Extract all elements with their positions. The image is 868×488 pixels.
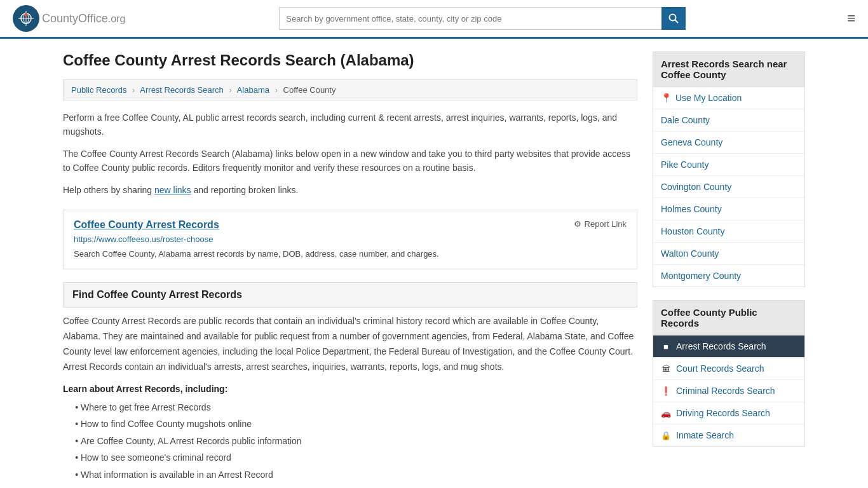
- breadcrumb-public-records[interactable]: Public Records: [71, 85, 126, 95]
- record-card: Coffee County Arrest Records ⚙ Report Li…: [63, 210, 637, 270]
- pr-item-inmate[interactable]: 🔒 Inmate Search: [653, 424, 804, 446]
- breadcrumb-coffee-county: Coffee County: [283, 85, 336, 95]
- logo-text: CountyOffice.org: [42, 12, 125, 25]
- intro-paragraph-1: Perform a free Coffee County, AL public …: [63, 111, 637, 139]
- find-section-body: Coffee County Arrest Records are public …: [63, 314, 637, 374]
- nearby-section-title: Arrest Records Search near Coffee County: [653, 51, 805, 87]
- report-link-button[interactable]: ⚙ Report Link: [574, 219, 627, 229]
- pr-item-driving[interactable]: 🚗 Driving Records Search: [653, 402, 804, 424]
- sidebar-nearby-walton[interactable]: Walton County: [653, 243, 804, 265]
- site-header: CountyOffice.org ≡: [0, 0, 868, 39]
- sidebar-nearby-covington[interactable]: Covington County: [653, 176, 804, 198]
- intro-paragraph-3: Help others by sharing new links and rep…: [63, 183, 637, 197]
- sidebar-nearby-geneva[interactable]: Geneva County: [653, 132, 804, 154]
- page-container: Coffee County Arrest Records Search (Ala…: [53, 39, 815, 488]
- learn-section-title: Learn about Arrest Records, including:: [63, 384, 637, 394]
- report-icon: ⚙: [574, 219, 581, 229]
- use-my-location[interactable]: 📍 Use My Location: [653, 87, 804, 109]
- sidebar-nearby-dale[interactable]: Dale County: [653, 109, 804, 132]
- hamburger-menu[interactable]: ≡: [847, 10, 855, 27]
- list-item: How to see someone's criminal record: [81, 449, 637, 466]
- logo-icon: [13, 5, 39, 32]
- learn-list: Where to get free Arrest Records How to …: [63, 399, 637, 484]
- sidebar-nearby-pike[interactable]: Pike County: [653, 154, 804, 176]
- pin-icon: 📍: [661, 93, 672, 103]
- sidebar-nearby-montgomery[interactable]: Montgomery County: [653, 265, 804, 287]
- svg-point-5: [25, 13, 28, 17]
- use-location-link[interactable]: Use My Location: [675, 93, 742, 103]
- record-url-link[interactable]: https://www.coffeeso.us/roster-choose: [74, 234, 627, 244]
- public-records-section-title: Coffee County Public Records: [653, 300, 805, 336]
- pr-item-court[interactable]: 🏛 Court Records Search: [653, 358, 804, 380]
- pr-item-criminal[interactable]: ❗ Criminal Records Search: [653, 380, 804, 402]
- public-records-list: ■ Arrest Records Search 🏛 Court Records …: [653, 336, 805, 447]
- search-button[interactable]: [661, 7, 686, 30]
- logo[interactable]: CountyOffice.org: [13, 5, 125, 32]
- main-content: Coffee County Arrest Records Search (Ala…: [63, 51, 637, 484]
- find-section-box: Find Coffee County Arrest Records: [63, 282, 637, 308]
- inmate-icon: 🔒: [661, 431, 671, 440]
- page-title: Coffee County Arrest Records Search (Ala…: [63, 51, 637, 69]
- nearby-links-list: 📍 Use My Location Dale County Geneva Cou…: [653, 87, 805, 287]
- breadcrumb: Public Records › Arrest Records Search ›…: [63, 79, 637, 100]
- arrest-icon: ■: [661, 342, 671, 351]
- list-item: How to find Coffee County mugshots onlin…: [81, 416, 637, 433]
- list-item: Are Coffee County, AL Arrest Records pub…: [81, 433, 637, 450]
- pr-item-arrest[interactable]: ■ Arrest Records Search: [653, 336, 804, 358]
- find-section-title: Find Coffee County Arrest Records: [72, 289, 242, 300]
- new-links-link[interactable]: new links: [154, 185, 191, 195]
- intro-paragraph-2: The Coffee County Arrest Records Search …: [63, 147, 637, 175]
- svg-line-8: [675, 20, 679, 24]
- record-description: Search Coffee County, Alabama arrest rec…: [74, 248, 627, 261]
- search-input[interactable]: [279, 7, 661, 30]
- court-icon: 🏛: [661, 364, 671, 374]
- breadcrumb-alabama[interactable]: Alabama: [237, 85, 269, 95]
- criminal-icon: ❗: [661, 386, 671, 396]
- list-item: Where to get free Arrest Records: [81, 399, 637, 416]
- sidebar-nearby-houston[interactable]: Houston County: [653, 220, 804, 243]
- list-item: What information is available in an Arre…: [81, 466, 637, 484]
- search-area: [279, 7, 686, 30]
- record-card-header: Coffee County Arrest Records ⚙ Report Li…: [74, 219, 627, 231]
- sidebar-nearby-holmes[interactable]: Holmes County: [653, 198, 804, 220]
- breadcrumb-arrest-records[interactable]: Arrest Records Search: [140, 85, 224, 95]
- record-title-link[interactable]: Coffee County Arrest Records: [74, 219, 219, 231]
- sidebar: Arrest Records Search near Coffee County…: [653, 51, 805, 484]
- driving-icon: 🚗: [661, 409, 671, 418]
- svg-point-7: [670, 15, 676, 21]
